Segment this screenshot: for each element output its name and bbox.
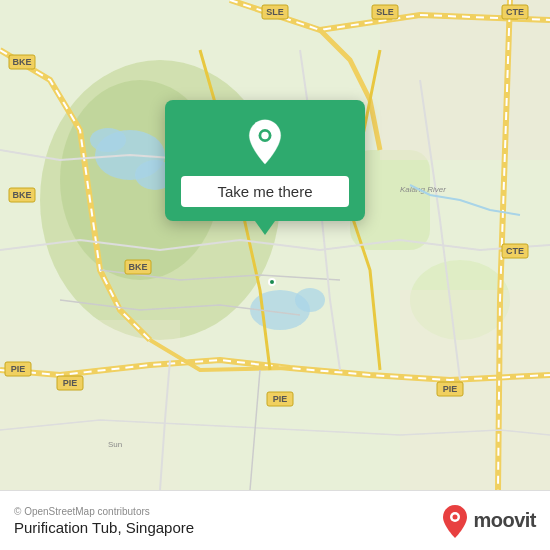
svg-point-38 [261, 132, 268, 139]
svg-text:BKE: BKE [12, 190, 31, 200]
take-me-there-button[interactable]: Take me there [181, 176, 349, 207]
svg-text:SLE: SLE [266, 7, 284, 17]
popup-card: Take me there [165, 100, 365, 221]
svg-text:Sun: Sun [108, 440, 122, 449]
svg-rect-12 [0, 320, 180, 490]
moovit-brand-text: moovit [473, 509, 536, 532]
svg-text:PIE: PIE [273, 394, 288, 404]
attribution-text: © OpenStreetMap contributors [14, 506, 194, 517]
svg-text:PIE: PIE [11, 364, 26, 374]
svg-point-40 [453, 514, 458, 519]
bottom-bar: © OpenStreetMap contributors Purificatio… [0, 490, 550, 550]
svg-point-5 [90, 128, 126, 152]
svg-text:PIE: PIE [443, 384, 458, 394]
svg-rect-11 [400, 290, 550, 490]
svg-text:SLE: SLE [376, 7, 394, 17]
map-pin-dot [268, 278, 276, 286]
svg-text:CTE: CTE [506, 246, 524, 256]
bottom-left-info: © OpenStreetMap contributors Purificatio… [14, 506, 194, 536]
moovit-logo: moovit [441, 504, 536, 538]
svg-text:BKE: BKE [128, 262, 147, 272]
svg-text:BKE: BKE [12, 57, 31, 67]
location-name: Purification Tub, Singapore [14, 519, 194, 536]
svg-point-7 [295, 288, 325, 312]
svg-text:PIE: PIE [63, 378, 78, 388]
svg-text:CTE: CTE [506, 7, 524, 17]
moovit-pin-icon [441, 504, 469, 538]
map-container: Kalang River SLE SLE CTE CTE BKE BKE BKE… [0, 0, 550, 490]
location-pin-icon [241, 118, 289, 166]
svg-rect-10 [380, 0, 550, 160]
